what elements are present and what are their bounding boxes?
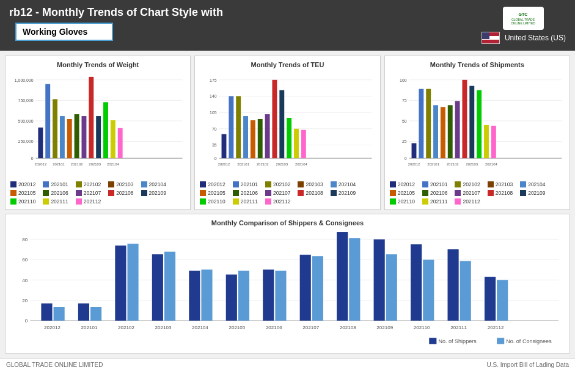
svg-rect-23 xyxy=(60,116,65,158)
svg-text:202103: 202103 xyxy=(155,325,172,330)
legend-item: 202109 xyxy=(141,190,166,196)
svg-rect-76 xyxy=(447,105,452,158)
svg-text:20: 20 xyxy=(22,298,27,303)
teu-chart-legend: 202012 202101 202102 202103 202104 xyxy=(200,181,375,205)
svg-text:202012: 202012 xyxy=(44,325,60,330)
footer-left: GLOBAL TRADE ONLINE LIMITED xyxy=(6,361,103,368)
svg-text:202105: 202105 xyxy=(229,325,245,330)
svg-rect-71 xyxy=(411,143,416,158)
legend-color-icon xyxy=(200,198,206,205)
svg-text:0: 0 xyxy=(214,156,217,161)
svg-rect-113 xyxy=(312,256,323,321)
legend-color-icon xyxy=(422,198,428,205)
svg-text:25: 25 xyxy=(402,139,407,143)
svg-rect-17 xyxy=(53,99,57,158)
svg-rect-105 xyxy=(164,252,175,321)
legend-item: 202107 xyxy=(265,190,290,196)
svg-rect-53 xyxy=(287,118,292,158)
svg-rect-82 xyxy=(491,126,496,158)
legend-color-icon xyxy=(10,181,16,187)
legend-item: 202106 xyxy=(233,190,258,196)
svg-text:202101: 202101 xyxy=(427,162,439,166)
svg-rect-122 xyxy=(485,277,496,321)
search-input[interactable]: Working Gloves xyxy=(15,23,113,41)
legend-color-icon xyxy=(200,190,206,196)
legend-color-icon xyxy=(108,181,114,187)
svg-rect-22 xyxy=(96,116,101,158)
svg-rect-25 xyxy=(111,120,115,158)
svg-rect-119 xyxy=(423,260,434,321)
svg-rect-48 xyxy=(251,120,255,158)
top-charts-row: Monthly Trends of Weight 1,000,000 750,0… xyxy=(5,56,570,210)
svg-text:1,000,000: 1,000,000 xyxy=(15,78,34,82)
svg-text:202012: 202012 xyxy=(35,162,47,166)
svg-text:202104: 202104 xyxy=(107,162,119,166)
svg-text:202102: 202102 xyxy=(71,162,83,166)
legend-item: 202012 xyxy=(200,181,225,187)
svg-text:35: 35 xyxy=(212,143,217,147)
svg-text:100: 100 xyxy=(400,78,407,82)
legend-color-icon xyxy=(390,181,396,187)
weight-chart-svg: 1,000,000 750,000 500,000 250,000 0 xyxy=(10,71,185,176)
weight-chart: Monthly Trends of Weight 1,000,000 750,0… xyxy=(5,56,191,210)
svg-rect-108 xyxy=(226,274,237,321)
svg-text:202104: 202104 xyxy=(485,162,497,166)
legend-item: 202105 xyxy=(200,190,225,196)
svg-text:202104: 202104 xyxy=(192,325,208,330)
legend-item: 202105 xyxy=(390,190,415,196)
svg-rect-75 xyxy=(441,107,445,158)
svg-rect-46 xyxy=(236,96,241,158)
legend-color-icon xyxy=(455,198,461,205)
svg-rect-21 xyxy=(89,77,93,158)
svg-text:140: 140 xyxy=(210,94,217,98)
legend-color-icon xyxy=(200,181,206,187)
svg-text:202102: 202102 xyxy=(446,162,458,166)
legend-color-icon xyxy=(520,181,526,187)
legend-item: 202106 xyxy=(43,190,68,196)
legend-color-icon xyxy=(488,190,494,196)
svg-text:202103: 202103 xyxy=(466,162,478,166)
svg-rect-50 xyxy=(265,114,270,158)
legend-color-icon xyxy=(422,181,428,187)
svg-text:0: 0 xyxy=(404,156,406,161)
svg-rect-112 xyxy=(300,255,311,321)
svg-text:202012: 202012 xyxy=(218,162,230,166)
legend-item: 202112 xyxy=(265,198,290,205)
country-label: United States (US) xyxy=(505,34,566,42)
svg-rect-104 xyxy=(152,254,163,321)
svg-text:202111: 202111 xyxy=(450,325,467,330)
legend-color-icon xyxy=(233,190,239,196)
svg-text:202101: 202101 xyxy=(238,162,250,166)
svg-text:70: 70 xyxy=(212,127,217,131)
legend-item: 202101 xyxy=(233,181,258,187)
comparison-chart: Monthly Comparison of Shippers & Consign… xyxy=(5,214,570,354)
svg-rect-102 xyxy=(115,245,126,321)
legend-item: 202104 xyxy=(520,181,545,187)
svg-text:0: 0 xyxy=(25,318,28,324)
legend-item: 202101 xyxy=(422,181,447,187)
legend-item: 202104 xyxy=(331,181,356,187)
svg-rect-47 xyxy=(243,116,248,158)
svg-rect-54 xyxy=(294,129,299,158)
shipments-chart-title: Monthly Trends of Shipments xyxy=(390,61,565,68)
legend-color-icon xyxy=(520,190,526,196)
svg-rect-51 xyxy=(273,80,277,158)
svg-rect-106 xyxy=(189,270,200,321)
legend-item: 202106 xyxy=(422,190,447,196)
svg-rect-77 xyxy=(455,101,460,158)
svg-rect-99 xyxy=(54,307,65,321)
svg-rect-24 xyxy=(103,102,108,158)
legend-color-icon xyxy=(108,190,114,196)
legend-color-icon xyxy=(43,190,49,196)
legend-item: 202112 xyxy=(76,198,101,205)
legend-color-icon xyxy=(488,181,494,187)
svg-text:No. of Consignees: No. of Consignees xyxy=(506,338,552,344)
legend-color-icon xyxy=(76,190,82,196)
svg-text:202102: 202102 xyxy=(118,325,134,330)
shipments-chart: Monthly Trends of Shipments 100 75 50 25… xyxy=(384,56,570,210)
legend-color-icon xyxy=(10,198,16,205)
svg-text:500,000: 500,000 xyxy=(18,119,34,123)
svg-rect-26 xyxy=(118,128,123,158)
legend-color-icon xyxy=(331,190,337,196)
legend-color-icon xyxy=(233,181,239,187)
